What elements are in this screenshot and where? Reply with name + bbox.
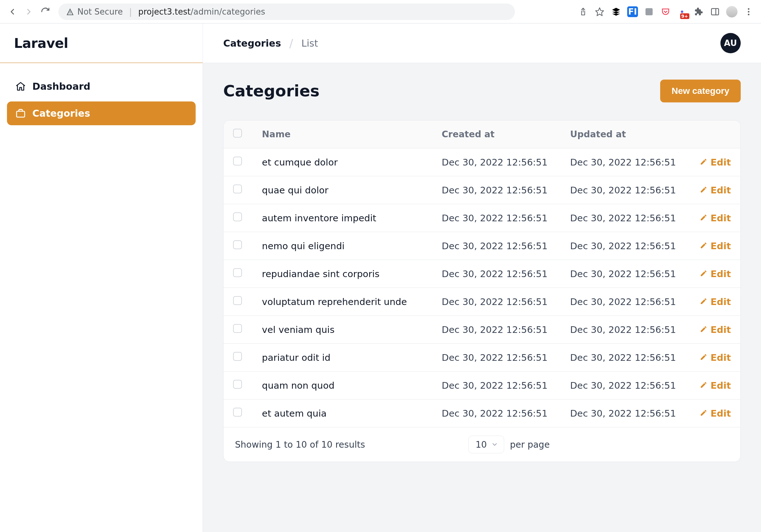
table-row: repudiandae sint corporisDec 30, 2022 12…	[223, 260, 740, 288]
svg-point-5	[748, 8, 750, 10]
svg-rect-3	[712, 9, 719, 15]
row-updated: Dec 30, 2022 12:56:51	[560, 204, 689, 232]
row-name: pariatur odit id	[253, 344, 432, 372]
user-avatar[interactable]: AU	[721, 33, 741, 53]
topbar: Categories / List AU	[203, 24, 761, 63]
column-header-name[interactable]: Name	[253, 120, 432, 148]
row-checkbox[interactable]	[233, 185, 242, 193]
row-checkbox[interactable]	[233, 380, 242, 389]
row-updated: Dec 30, 2022 12:56:51	[560, 316, 689, 344]
pencil-icon	[700, 213, 707, 223]
extension-buffer-icon[interactable]	[611, 6, 621, 17]
svg-marker-0	[596, 8, 604, 16]
share-icon[interactable]	[578, 6, 589, 17]
row-checkbox[interactable]	[233, 157, 242, 165]
row-created: Dec 30, 2022 12:56:51	[432, 260, 560, 288]
pencil-icon	[700, 352, 707, 363]
row-name: et autem quia	[253, 399, 432, 427]
pencil-icon	[700, 380, 707, 391]
edit-button[interactable]: Edit	[700, 324, 731, 335]
select-all-checkbox[interactable]	[233, 129, 242, 138]
per-page-select[interactable]: 10	[468, 436, 504, 453]
edit-button[interactable]: Edit	[700, 185, 731, 196]
categories-table-card: Name Created at Updated at et cumque dol…	[223, 120, 741, 462]
edit-button[interactable]: Edit	[700, 268, 731, 279]
extensions-puzzle-icon[interactable]	[693, 6, 704, 17]
column-header-actions	[689, 120, 740, 148]
row-created: Dec 30, 2022 12:56:51	[432, 316, 560, 344]
profile-avatar[interactable]	[726, 6, 737, 18]
row-created: Dec 30, 2022 12:56:51	[432, 399, 560, 427]
row-checkbox[interactable]	[233, 408, 242, 417]
row-checkbox[interactable]	[233, 352, 242, 361]
svg-point-7	[748, 14, 750, 15]
row-name: autem inventore impedit	[253, 204, 432, 232]
column-header-updated[interactable]: Updated at	[560, 120, 689, 148]
briefcase-icon	[15, 108, 26, 119]
url-separator: |	[129, 7, 132, 17]
table-footer: Showing 1 to 10 of 10 results 10 per pag…	[223, 427, 740, 462]
address-bar[interactable]: Not Secure | project3.test/admin/categor…	[58, 4, 515, 20]
back-icon[interactable]	[7, 6, 18, 17]
row-created: Dec 30, 2022 12:56:51	[432, 176, 560, 204]
sidebar-item-categories[interactable]: Categories	[7, 101, 196, 125]
not-secure-label: Not Secure	[77, 7, 123, 17]
row-updated: Dec 30, 2022 12:56:51	[560, 399, 689, 427]
pencil-icon	[700, 296, 707, 307]
table-row: quam non quodDec 30, 2022 12:56:51Dec 30…	[223, 372, 740, 399]
new-category-button[interactable]: New category	[660, 80, 741, 102]
edit-label: Edit	[711, 352, 731, 363]
per-page-value: 10	[476, 440, 487, 450]
row-checkbox[interactable]	[233, 324, 242, 333]
edit-button[interactable]: Edit	[700, 408, 731, 419]
row-checkbox[interactable]	[233, 268, 242, 277]
row-updated: Dec 30, 2022 12:56:51	[560, 372, 689, 399]
row-checkbox[interactable]	[233, 212, 242, 221]
kebab-menu-icon[interactable]	[743, 6, 754, 17]
edit-button[interactable]: Edit	[700, 380, 731, 391]
table-row: autem inventore impeditDec 30, 2022 12:5…	[223, 204, 740, 232]
extension-pocket-icon[interactable]	[660, 6, 671, 17]
row-name: quam non quod	[253, 372, 432, 399]
breadcrumb-separator-icon: /	[289, 37, 293, 50]
svg-point-2	[681, 11, 683, 13]
edit-button[interactable]: Edit	[700, 213, 731, 223]
categories-table: Name Created at Updated at et cumque dol…	[223, 120, 740, 427]
extension-loom-icon[interactable]	[677, 6, 687, 17]
table-row: voluptatum reprehenderit undeDec 30, 202…	[223, 288, 740, 316]
row-created: Dec 30, 2022 12:56:51	[432, 148, 560, 176]
forward-icon[interactable]	[24, 6, 34, 17]
row-checkbox[interactable]	[233, 240, 242, 249]
column-header-created[interactable]: Created at	[432, 120, 560, 148]
logo-region: Laravel	[0, 24, 203, 63]
edit-label: Edit	[711, 241, 731, 252]
sidebar: Laravel Dashboard Categories	[0, 24, 203, 532]
reload-icon[interactable]	[40, 6, 51, 17]
panel-icon[interactable]	[710, 6, 721, 17]
breadcrumb-root[interactable]: Categories	[223, 38, 281, 49]
edit-button[interactable]: Edit	[700, 352, 731, 363]
sidebar-item-label: Categories	[32, 108, 90, 119]
row-name: nemo qui eligendi	[253, 232, 432, 260]
column-header-checkbox	[223, 120, 253, 148]
extension-todoist-icon[interactable]	[644, 6, 655, 17]
row-name: quae qui dolor	[253, 176, 432, 204]
edit-button[interactable]: Edit	[700, 296, 731, 307]
sidebar-item-dashboard[interactable]: Dashboard	[7, 75, 196, 98]
edit-button[interactable]: Edit	[700, 241, 731, 252]
edit-button[interactable]: Edit	[700, 157, 731, 168]
app-logo[interactable]: Laravel	[14, 35, 68, 51]
row-updated: Dec 30, 2022 12:56:51	[560, 148, 689, 176]
pencil-icon	[700, 324, 707, 335]
row-name: voluptatum reprehenderit unde	[253, 288, 432, 316]
row-updated: Dec 30, 2022 12:56:51	[560, 232, 689, 260]
edit-label: Edit	[711, 296, 731, 307]
row-created: Dec 30, 2022 12:56:51	[432, 204, 560, 232]
extension-blue-icon[interactable]: FI	[627, 6, 638, 17]
url-path: /admin/categories	[191, 7, 265, 17]
table-row: quae qui dolorDec 30, 2022 12:56:51Dec 3…	[223, 176, 740, 204]
row-checkbox[interactable]	[233, 296, 242, 305]
row-updated: Dec 30, 2022 12:56:51	[560, 344, 689, 372]
pencil-icon	[700, 241, 707, 252]
star-icon[interactable]	[594, 6, 605, 17]
